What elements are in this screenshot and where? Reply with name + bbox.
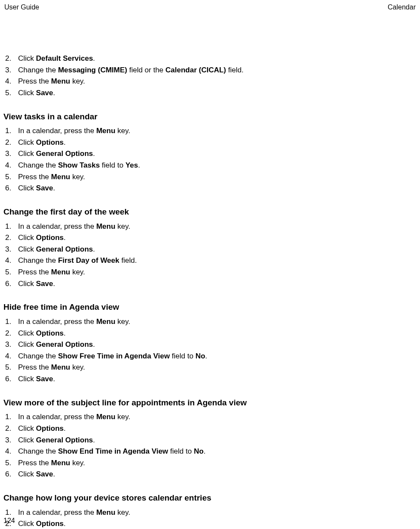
bold-text: Menu	[96, 317, 115, 326]
step-number: 4.	[3, 351, 18, 362]
step-number: 3.	[3, 149, 18, 159]
section-heading: Change the first day of the week	[3, 206, 417, 218]
step-number: 5.	[3, 88, 18, 99]
bold-text: Save	[36, 280, 53, 288]
step-item: 6.Click Save.	[3, 469, 417, 480]
bold-text: Menu	[51, 268, 70, 276]
step-text: Click General Options.	[18, 435, 417, 446]
step-text: Click Save.	[18, 279, 417, 289]
step-item: 4.Change the Show End Time in Agenda Vie…	[3, 446, 417, 457]
section: Change how long your device stores calen…	[3, 492, 417, 529]
step-text: Click Save.	[18, 88, 417, 99]
step-item: 3.Click General Options.	[3, 435, 417, 446]
step-item: 3.Click General Options.	[3, 339, 417, 350]
step-item: 2.Click Options.	[3, 328, 417, 339]
bold-text: Options	[36, 233, 64, 242]
section-heading: Change how long your device stores calen…	[3, 492, 417, 504]
step-number: 2.	[3, 53, 18, 64]
step-list: 1.In a calendar, press the Menu key.2.Cl…	[3, 412, 417, 480]
bold-text: Menu	[96, 413, 115, 421]
page: User Guide Calendar 2.Click Default Serv…	[0, 0, 420, 529]
step-number: 2.	[3, 233, 18, 243]
step-item: 1.In a calendar, press the Menu key.	[3, 412, 417, 423]
bold-text: Calendar (CICAL)	[165, 66, 226, 74]
bold-text: Yes	[125, 161, 138, 169]
header-left: User Guide	[4, 3, 39, 11]
page-content: 2.Click Default Services.3.Change the Me…	[3, 11, 417, 529]
step-item: 5.Click Save.	[3, 88, 417, 99]
step-number: 5.	[3, 458, 18, 469]
bold-text: Menu	[96, 127, 115, 135]
step-number: 1.	[3, 221, 18, 232]
step-number: 5.	[3, 172, 18, 183]
step-text: Click Options.	[18, 519, 417, 529]
bold-text: General Options	[36, 149, 93, 158]
bold-text: Messaging (CMIME)	[58, 66, 128, 74]
step-text: In a calendar, press the Menu key.	[18, 412, 417, 423]
step-text: Press the Menu key.	[18, 362, 417, 373]
bold-text: Menu	[51, 459, 70, 467]
header-right: Calendar	[388, 3, 416, 11]
step-text: Click Options.	[18, 233, 417, 243]
bold-text: First Day of Week	[58, 256, 119, 264]
step-item: 4.Press the Menu key.	[3, 76, 417, 87]
section: Change the first day of the week1.In a c…	[3, 206, 417, 289]
step-item: 4.Change the First Day of Week field.	[3, 255, 417, 266]
step-text: Click Save.	[18, 374, 417, 385]
step-text: Click Options.	[18, 328, 417, 339]
step-item: 6.Click Save.	[3, 183, 417, 194]
step-number: 6.	[3, 183, 18, 194]
section: Hide free time in Agenda view1.In a cale…	[3, 301, 417, 384]
step-list: 1.In a calendar, press the Menu key.2.Cl…	[3, 126, 417, 194]
bold-text: Default Services	[36, 54, 93, 62]
step-text: Press the Menu key.	[18, 172, 417, 183]
step-text: Change the Messaging (CMIME) field or th…	[18, 65, 417, 76]
bold-text: Options	[36, 424, 64, 433]
bold-text: Show Free Time in Agenda View	[58, 352, 170, 360]
page-number: 124	[3, 517, 15, 525]
bold-text: Menu	[51, 77, 70, 85]
step-text: Press the Menu key.	[18, 458, 417, 469]
section-heading: Hide free time in Agenda view	[3, 301, 417, 313]
section: View more of the subject line for appoin…	[3, 397, 417, 480]
step-number: 5.	[3, 362, 18, 373]
step-item: 4.Change the Show Tasks field to Yes.	[3, 160, 417, 171]
step-number: 6.	[3, 279, 18, 289]
step-number: 1.	[3, 507, 18, 518]
bold-text: General Options	[36, 340, 93, 349]
step-text: In a calendar, press the Menu key.	[18, 507, 417, 518]
step-number: 2.	[3, 423, 18, 434]
step-text: Click Options.	[18, 423, 417, 434]
step-number: 3.	[3, 435, 18, 446]
step-number: 1.	[3, 412, 18, 423]
step-number: 4.	[3, 255, 18, 266]
step-text: Change the Show Free Time in Agenda View…	[18, 351, 417, 362]
bold-text: Save	[36, 375, 53, 383]
step-number: 2.	[3, 137, 18, 148]
step-text: Click Save.	[18, 183, 417, 194]
step-number: 2.	[3, 328, 18, 339]
step-number: 4.	[3, 76, 18, 87]
step-item: 3.Click General Options.	[3, 149, 417, 159]
step-text: Click Options.	[18, 137, 417, 148]
bold-text: Menu	[96, 222, 115, 230]
step-number: 6.	[3, 469, 18, 480]
step-number: 4.	[3, 160, 18, 171]
step-item: 4.Change the Show Free Time in Agenda Vi…	[3, 351, 417, 362]
step-item: 6.Click Save.	[3, 279, 417, 289]
step-item: 5.Press the Menu key.	[3, 362, 417, 373]
step-number: 6.	[3, 374, 18, 385]
bold-text: Options	[36, 329, 64, 337]
step-text: In a calendar, press the Menu key.	[18, 221, 417, 232]
step-item: 1.In a calendar, press the Menu key.	[3, 221, 417, 232]
step-item: 2.Click Options.	[3, 233, 417, 243]
bold-text: Menu	[51, 363, 70, 371]
step-number: 3.	[3, 244, 18, 255]
step-number: 3.	[3, 339, 18, 350]
bold-text: Save	[36, 184, 53, 192]
bold-text: Options	[36, 520, 64, 528]
step-number: 4.	[3, 446, 18, 457]
step-item: 2.Click Options.	[3, 423, 417, 434]
step-item: 2.Click Default Services.	[3, 53, 417, 64]
step-list: 1.In a calendar, press the Menu key.2.Cl…	[3, 507, 417, 529]
